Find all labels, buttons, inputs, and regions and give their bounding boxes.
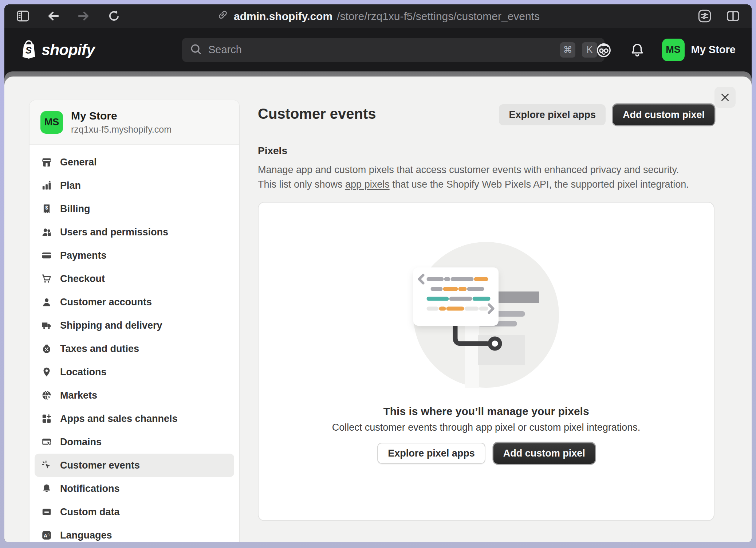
empty-state-title: This is where you’ll manage your pixels	[259, 405, 714, 418]
search-icon	[189, 43, 202, 57]
sidebar-item-taxes-and-duties[interactable]: Taxes and duties	[35, 337, 234, 360]
sidebar-item-label: Customer accounts	[60, 297, 152, 308]
page-title: Customer events	[258, 104, 376, 122]
users-icon	[41, 227, 52, 238]
globe-icon	[41, 390, 52, 401]
taxes-icon	[41, 343, 52, 354]
forward-icon[interactable]	[76, 8, 92, 24]
click-icon	[41, 460, 52, 471]
sidebar-item-label: Billing	[60, 203, 90, 215]
split-view-icon[interactable]	[725, 8, 741, 24]
explore-pixel-apps-button[interactable]: Explore pixel apps	[499, 104, 606, 125]
payments-icon	[41, 250, 52, 261]
kbd-cmd: ⌘	[560, 42, 575, 58]
back-icon[interactable]	[45, 8, 61, 24]
reload-icon[interactable]	[106, 8, 122, 24]
checkout-icon	[41, 273, 52, 284]
pixels-description: Manage app and custom pixels that access…	[258, 163, 709, 192]
sidebar-item-shipping-and-delivery[interactable]: Shipping and delivery	[35, 314, 234, 337]
sidebar-item-label: Payments	[60, 250, 107, 261]
plan-icon	[41, 180, 52, 191]
description-pre: This list only shows	[258, 179, 345, 190]
store-icon	[41, 157, 52, 168]
settings-sidebar: MS My Store rzq1xu-f5.myshopify.com Gene…	[29, 100, 240, 542]
pixels-empty-card: This is where you’ll manage your pixels …	[258, 202, 714, 521]
sidebar-toggle-icon[interactable]	[15, 8, 31, 24]
settings-menu: General Plan Billing Users and permissio…	[29, 145, 239, 542]
sidebar-item-customer-events[interactable]: Customer events	[35, 454, 234, 477]
sidebar-item-billing[interactable]: Billing	[35, 197, 234, 220]
shopify-logo[interactable]: S shopify	[20, 40, 95, 60]
sidebar-item-label: Languages	[60, 530, 112, 541]
sidebar-item-customer-accounts[interactable]: Customer accounts	[35, 290, 234, 314]
sidebar-item-notifications[interactable]: Notifications	[35, 477, 234, 500]
sidebar-item-label: Apps and sales channels	[60, 413, 178, 424]
sidebar-item-label: General	[60, 157, 97, 168]
sidebar-item-users-and-permissions[interactable]: Users and permissions	[35, 220, 234, 244]
empty-state-subtitle: Collect customer events through app pixe…	[259, 422, 714, 433]
apps-icon	[41, 413, 52, 424]
add-custom-pixel-button[interactable]: Add custom pixel	[613, 104, 714, 125]
global-search[interactable]: ⌘ K	[182, 38, 605, 62]
pixels-heading: Pixels	[258, 145, 714, 157]
admin-header: S shopify ⌘ K MS My Store	[4, 28, 752, 71]
svg-text:S: S	[25, 45, 32, 55]
sidebar-item-label: Plan	[60, 180, 81, 191]
sidebar-item-label: Shipping and delivery	[60, 320, 162, 331]
close-button[interactable]	[714, 87, 736, 108]
sidekick-icon[interactable]	[595, 41, 613, 59]
empty-add-custom-pixel-button[interactable]: Add custom pixel	[493, 443, 595, 464]
store-avatar: MS	[40, 111, 63, 134]
browser-window: admin.shopify.com/store/rzq1xu-f5/settin…	[4, 4, 752, 542]
sidebar-item-checkout[interactable]: Checkout	[35, 267, 234, 290]
sidebar-item-payments[interactable]: Payments	[35, 244, 234, 267]
search-input[interactable]	[208, 43, 554, 56]
truck-icon	[41, 320, 52, 331]
sidebar-item-general[interactable]: General	[35, 150, 234, 174]
sidebar-item-label: Notifications	[60, 483, 120, 494]
app-pixels-link[interactable]: app pixels	[345, 179, 390, 190]
languages-icon	[41, 530, 52, 541]
pixels-illustration	[359, 239, 614, 396]
bell-icon	[41, 483, 52, 494]
account-menu[interactable]: MS My Store	[662, 39, 736, 61]
sidebar-item-label: Locations	[60, 367, 107, 378]
sidebar-item-label: Checkout	[60, 273, 105, 285]
notifications-bell-icon[interactable]	[629, 42, 645, 58]
sidebar-item-domains[interactable]: Domains	[35, 430, 234, 454]
sidebar-item-label: Markets	[60, 390, 97, 401]
link-icon	[216, 8, 229, 24]
main-content: Customer events Explore pixel apps Add c…	[258, 104, 714, 521]
sidebar-item-apps-and-sales-channels[interactable]: Apps and sales channels	[35, 407, 234, 430]
sidebar-item-label: Taxes and duties	[60, 343, 139, 355]
url-host: admin.shopify.com	[234, 10, 332, 22]
sidebar-item-locations[interactable]: Locations	[35, 360, 234, 384]
sidebar-item-custom-data[interactable]: Custom data	[35, 500, 234, 524]
shopify-bag-icon: S	[20, 40, 37, 60]
sidebar-item-label: Customer events	[60, 460, 140, 471]
billing-icon	[41, 203, 52, 214]
description-post: that use the Shopify Web Pixels API, the…	[390, 179, 689, 190]
pin-icon	[41, 367, 52, 377]
sidebar-item-label: Users and permissions	[60, 227, 168, 238]
store-domain: rzq1xu-f5.myshopify.com	[71, 124, 172, 135]
settings-sheet: MS My Store rzq1xu-f5.myshopify.com Gene…	[4, 77, 752, 542]
sidebar-item-markets[interactable]: Markets	[35, 384, 234, 407]
sidebar-item-languages[interactable]: Languages	[35, 524, 234, 542]
address-bar[interactable]: admin.shopify.com/store/rzq1xu-f5/settin…	[216, 8, 540, 24]
page-settings-icon[interactable]	[697, 8, 712, 24]
person-icon	[41, 297, 52, 308]
domains-icon	[41, 437, 52, 447]
sidebar-item-plan[interactable]: Plan	[35, 174, 234, 197]
account-name: My Store	[691, 44, 736, 56]
empty-explore-pixel-apps-button[interactable]: Explore pixel apps	[377, 443, 485, 464]
data-icon	[41, 506, 52, 517]
store-header: MS My Store rzq1xu-f5.myshopify.com	[29, 100, 239, 145]
description-line1: Manage app and custom pixels that access…	[258, 164, 679, 175]
close-icon	[719, 91, 731, 103]
sidebar-item-label: Domains	[60, 437, 102, 448]
browser-chrome: admin.shopify.com/store/rzq1xu-f5/settin…	[4, 4, 752, 28]
url-path: /store/rzq1xu-f5/settings/customer_event…	[337, 10, 540, 22]
sidebar-item-label: Custom data	[60, 506, 120, 518]
store-name: My Store	[71, 110, 172, 122]
